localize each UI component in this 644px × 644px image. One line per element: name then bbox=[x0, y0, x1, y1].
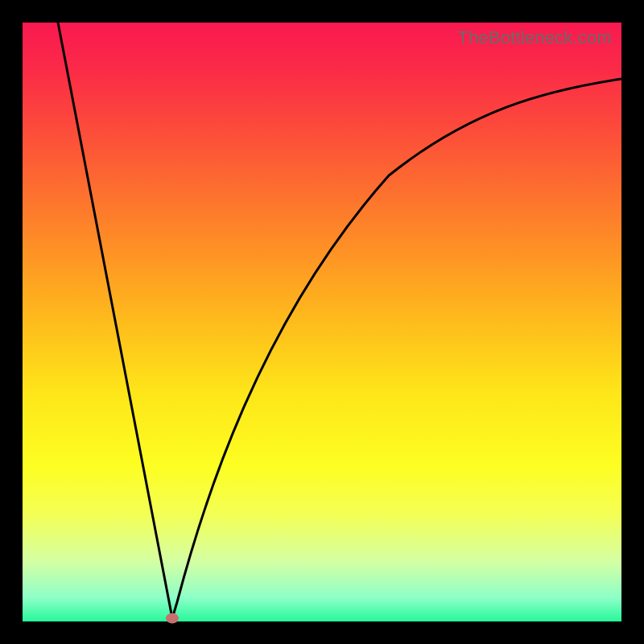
plot-area: TheBottleneck.com bbox=[23, 23, 621, 621]
curve-path bbox=[58, 23, 621, 618]
chart-frame: TheBottleneck.com bbox=[0, 0, 644, 644]
bottleneck-curve bbox=[23, 23, 621, 621]
optimal-point-marker bbox=[166, 613, 179, 624]
